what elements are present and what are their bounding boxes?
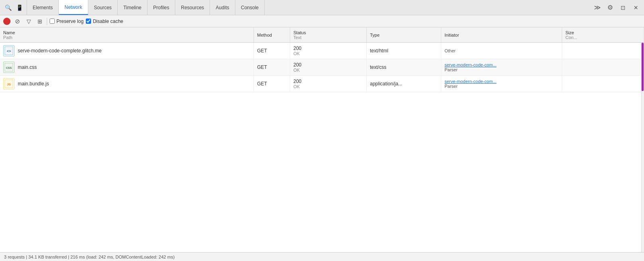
html-file-icon: <> — [3, 45, 15, 56]
dock-icon: ⊡ — [621, 4, 625, 11]
status-code-1: 200 — [293, 62, 301, 68]
cell-method-1: GET — [254, 59, 290, 75]
tab-profiles[interactable]: Profiles — [147, 0, 175, 15]
settings-icon: ⚙ — [607, 4, 613, 11]
close-icon: ✕ — [634, 4, 638, 11]
tab-resources[interactable]: Resources — [175, 0, 210, 15]
settings-button[interactable]: ⚙ — [605, 2, 616, 13]
initiator-link-2[interactable]: serve-modern-code-com... — [445, 79, 497, 84]
initiator-link-1[interactable]: serve-modern-code-com... — [445, 62, 497, 67]
svg-text:<>: <> — [7, 49, 11, 53]
cell-name-0: <> serve-modern-code-complete.glitch.me — [0, 43, 254, 59]
execute-button[interactable]: ≫ — [592, 2, 603, 13]
table-header: Name Path Method Status Text Type Initia… — [0, 27, 644, 43]
status-bar-text: 3 requests | 34.1 KB transferred | 216 m… — [4, 255, 175, 259]
column-header-name[interactable]: Name Path — [0, 27, 254, 42]
filename-2: main.bundle.js — [18, 81, 49, 87]
nav-tabs: Elements Network Sources Timeline Profil… — [27, 0, 265, 15]
cell-size-1 — [562, 59, 641, 75]
cell-name-2: JS main.bundle.js — [0, 76, 254, 92]
cell-status-0: 200 OK — [290, 43, 367, 59]
initiator-value-0: Other — [445, 48, 456, 53]
filter-button[interactable]: ▽ — [24, 17, 33, 26]
execute-icon: ≫ — [594, 4, 601, 11]
close-button[interactable]: ✕ — [630, 2, 642, 13]
cell-size-0 — [562, 43, 641, 59]
column-size-label: Size — [565, 30, 640, 35]
empty-table-area — [0, 92, 641, 173]
column-status-label: Status — [293, 30, 363, 35]
svg-text:JS: JS — [7, 83, 11, 86]
column-status-sub: Text — [293, 35, 363, 40]
svg-text:CSS: CSS — [6, 66, 12, 69]
dock-button[interactable]: ⊡ — [617, 2, 629, 13]
scrollbar-track[interactable] — [641, 43, 644, 252]
filename-0: serve-modern-code-complete.glitch.me — [18, 48, 102, 54]
table-body: <> serve-modern-code-complete.glitch.me … — [0, 43, 641, 252]
disable-cache-text: Disable cache — [93, 19, 123, 24]
clear-button[interactable]: ⊘ — [13, 17, 22, 26]
column-header-type[interactable]: Type — [367, 27, 441, 42]
device-icon: 📱 — [16, 4, 23, 11]
column-method-label: Method — [257, 33, 287, 37]
tab-console[interactable]: Console — [235, 0, 265, 15]
table-row[interactable]: <> serve-modern-code-complete.glitch.me … — [0, 43, 641, 59]
tab-network[interactable]: Network — [59, 0, 88, 15]
search-button[interactable]: 🔍 — [2, 2, 14, 13]
column-header-method[interactable]: Method — [254, 27, 290, 42]
table-row[interactable]: JS main.bundle.js GET 200 OK application… — [0, 76, 641, 92]
block-icon: ⊘ — [15, 18, 20, 25]
device-toggle-button[interactable]: 📱 — [14, 2, 25, 13]
initiator-sub-2: Parser — [445, 84, 457, 89]
record-button[interactable] — [3, 18, 10, 25]
cell-status-1: 200 OK — [290, 59, 367, 75]
search-icon: 🔍 — [5, 4, 12, 11]
cell-initiator-0: Other — [441, 43, 562, 59]
status-code-0: 200 — [293, 46, 301, 51]
column-size-sub: Con... — [565, 35, 640, 40]
scrollbar-thumb[interactable] — [642, 43, 644, 91]
column-header-size[interactable]: Size Con... — [562, 27, 644, 42]
js-file-icon: JS — [3, 78, 15, 89]
status-text-0: OK — [293, 51, 300, 56]
preserve-log-checkbox[interactable] — [50, 19, 55, 24]
cell-status-2: 200 OK — [290, 76, 367, 92]
grid-icon: ⊞ — [37, 18, 42, 25]
column-initiator-label: Initiator — [445, 33, 559, 37]
filename-1: main.css — [18, 64, 37, 70]
tab-audits[interactable]: Audits — [210, 0, 235, 15]
nav-right-icons: ≫ ⚙ ⊡ ✕ — [592, 2, 642, 13]
network-toolbar: ⊘ ▽ ⊞ Preserve log Disable cache — [0, 15, 644, 27]
toolbar-divider — [47, 18, 47, 25]
cell-method-2: GET — [254, 76, 290, 92]
cell-size-2 — [562, 76, 641, 92]
cell-type-2: application/ja... — [367, 76, 441, 92]
table-scroll-area: <> serve-modern-code-complete.glitch.me … — [0, 43, 644, 252]
disable-cache-checkbox[interactable] — [86, 19, 91, 24]
tab-sources[interactable]: Sources — [88, 0, 118, 15]
tab-elements[interactable]: Elements — [27, 0, 59, 15]
column-header-initiator[interactable]: Initiator — [441, 27, 562, 42]
tab-timeline[interactable]: Timeline — [118, 0, 147, 15]
status-bar: 3 requests | 34.1 KB transferred | 216 m… — [0, 252, 644, 261]
disable-cache-label[interactable]: Disable cache — [86, 19, 123, 24]
filter-icon: ▽ — [27, 18, 31, 25]
cell-initiator-1: serve-modern-code-com... Parser — [441, 59, 562, 75]
status-text-1: OK — [293, 68, 300, 72]
cell-name-1: CSS main.css — [0, 59, 254, 75]
table-row[interactable]: CSS main.css GET 200 OK text/css serve-m… — [0, 59, 641, 76]
cell-type-1: text/css — [367, 59, 441, 75]
preserve-log-text: Preserve log — [56, 19, 83, 24]
cell-method-0: GET — [254, 43, 290, 59]
css-file-icon: CSS — [3, 62, 15, 73]
preserve-log-label[interactable]: Preserve log — [50, 19, 83, 24]
cell-type-0: text/html — [367, 43, 441, 59]
status-text-2: OK — [293, 84, 300, 89]
column-type-label: Type — [370, 33, 438, 37]
status-code-2: 200 — [293, 79, 301, 84]
top-navigation: 🔍 📱 Elements Network Sources Timeline Pr… — [0, 0, 644, 15]
grid-view-button[interactable]: ⊞ — [35, 17, 44, 26]
column-header-status[interactable]: Status Text — [290, 27, 367, 42]
cell-initiator-2: serve-modern-code-com... Parser — [441, 76, 562, 92]
column-name-sub: Path — [3, 35, 250, 40]
